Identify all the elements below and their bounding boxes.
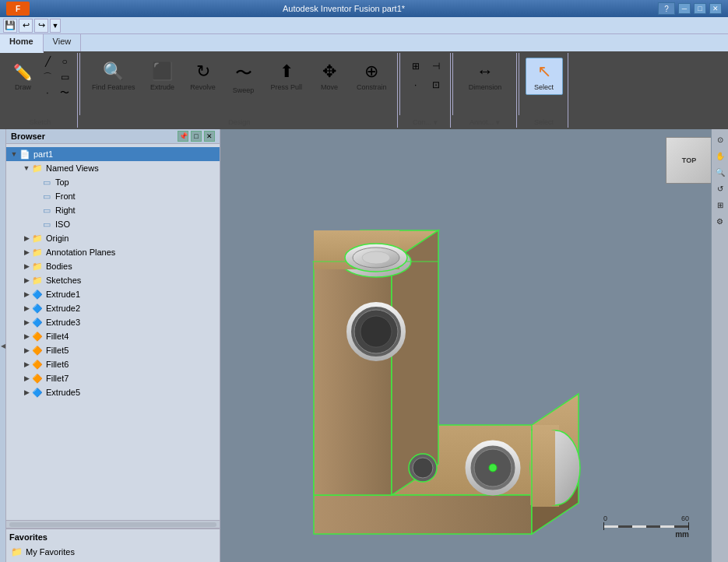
tree-arrow-part1[interactable]: ▼ [9,150,19,158]
tree-arrow-fillet6[interactable]: ▶ [22,360,31,368]
browser-tree: ▼ 📄 part1 ▼ 📁 Named Views ▭ Top [6,144,220,520]
tab-view[interactable]: View [44,34,82,51]
browser-scrollbar[interactable] [6,520,220,528]
tree-arrow-named-views[interactable]: ▼ [22,164,31,172]
nav-cube-face-top[interactable]: TOP [666,137,712,184]
tree-item-front[interactable]: ▭ Front [6,189,220,203]
sketch-line-icon[interactable]: ╱ [40,54,55,68]
select-button[interactable]: ↖ Select [526,58,563,95]
tree-item-fillet7[interactable]: ▶ 🔶 Fillet7 [6,371,220,385]
constrain-icon: ⊕ [364,61,378,82]
constrain-button[interactable]: ⊕ Constrain [351,58,392,95]
tree-arrow-extrude5[interactable]: ▶ [22,388,31,396]
tree-item-bodies[interactable]: ▶ 📁 Bodies [6,259,220,273]
scale-bar: 0 60 mm [603,515,689,539]
browser-pin-button[interactable]: 📌 [178,131,188,142]
sketch-rect-icon[interactable]: ▭ [57,70,72,84]
extrude-button[interactable]: ⬛ Extrude [144,58,181,95]
maximize-button[interactable]: □ [694,3,706,14]
browser-close-button[interactable]: ✕ [204,131,215,142]
tree-item-iso[interactable]: ▭ ISO [6,217,220,231]
tree-item-annotation-planes[interactable]: ▶ 📁 Annotation Planes [6,245,220,259]
tree-arrow-extrude2[interactable]: ▶ [22,304,31,312]
browser-restore-button[interactable]: □ [191,131,202,142]
tree-item-extrude5[interactable]: ▶ 🔷 Extrude5 [6,385,220,399]
tree-arrow-fillet4[interactable]: ▶ [22,332,31,340]
tab-home[interactable]: Home [0,34,44,53]
tree-label-annotation-planes: Annotation Planes [46,248,115,257]
quick-access-more[interactable]: ▼ [50,19,61,33]
tool-pan[interactable]: ✋ [713,149,727,163]
sketch-arc-icon[interactable]: ⌒ [40,70,55,84]
tree-arrow-sketches[interactable]: ▶ [22,276,31,284]
fillet4-icon: 🔶 [31,330,44,342]
dimension-button[interactable]: ↔ Dimension [463,58,508,95]
navigation-cube[interactable]: TOP [666,137,712,184]
my-favorites-icon: 📁 [11,546,23,557]
close-button[interactable]: ✕ [709,3,722,14]
tree-item-extrude3[interactable]: ▶ 🔷 Extrude3 [6,315,220,329]
tool-zoom-extents[interactable]: ⊙ [713,132,727,146]
tree-arrow-fillet5[interactable]: ▶ [22,346,31,354]
my-favorites-label: My Favorites [26,547,75,557]
tree-label-extrude1: Extrude1 [46,290,80,299]
ribbon-group-design: 🔍 Find Features ⬛ Extrude ↻ Revolve 〜 Sw… [82,53,398,128]
draw-button[interactable]: ✏️ Draw [8,54,38,100]
extrude-label: Extrude [150,83,174,91]
app-logo: F [6,2,30,16]
quick-access-undo[interactable]: ↩ [19,19,33,33]
svg-point-20 [413,458,433,478]
tree-item-sketches[interactable]: ▶ 📁 Sketches [6,273,220,287]
press-pull-button[interactable]: ⬆ Press Pull [266,58,308,95]
tree-arrow-extrude3[interactable]: ▶ [22,318,31,326]
construct-more-icon[interactable]: ⊡ [427,76,445,93]
construct-plane-icon[interactable]: ⊞ [406,58,425,75]
browser-scroll-track[interactable] [9,522,216,527]
tool-panel: ⊙ ✋ 🔍 ↺ ⊞ ⚙ [711,129,728,562]
my-favorites-item[interactable]: 📁 My Favorites [9,545,216,559]
tree-arrow-fillet7[interactable]: ▶ [22,374,31,382]
browser-controls: 📌 □ ✕ [178,131,215,142]
tool-settings[interactable]: ⚙ [713,214,727,228]
construct-axis-icon[interactable]: ⊣ [427,58,445,75]
extrude2-icon: 🔷 [31,302,44,314]
quick-access-redo[interactable]: ↪ [34,19,48,33]
minimize-button[interactable]: ─ [678,3,691,14]
tree-item-extrude1[interactable]: ▶ 🔷 Extrude1 [6,287,220,301]
move-button[interactable]: ✥ Move [311,58,348,95]
sketch-point-icon[interactable]: · [40,86,55,100]
tree-label-iso: ISO [55,220,70,229]
sketch-spline-icon[interactable]: 〜 [57,86,72,100]
tree-item-part1[interactable]: ▼ 📄 part1 [6,147,220,161]
tool-grid[interactable]: ⊞ [713,198,727,212]
sketch-circle-icon[interactable]: ○ [57,54,72,68]
sweep-button[interactable]: 〜 Sweep [225,58,262,98]
viewport[interactable]: TOP ⊙ ✋ 🔍 ↺ ⊞ ⚙ 0 60 [220,129,728,562]
sep2 [399,53,400,115]
find-features-button[interactable]: 🔍 Find Features [86,58,141,95]
tree-arrow-annotation-planes[interactable]: ▶ [22,248,31,256]
select-icon: ↖ [537,61,551,82]
tree-item-top[interactable]: ▭ Top [6,175,220,189]
construct-point-icon[interactable]: · [406,76,425,93]
tree-item-fillet6[interactable]: ▶ 🔶 Fillet6 [6,357,220,371]
part1-icon: 📄 [19,148,31,160]
revolve-button[interactable]: ↻ Revolve [185,58,222,95]
tree-arrow-origin[interactable]: ▶ [22,234,31,242]
favorites-title: Favorites [9,532,216,542]
sketches-icon: 📁 [31,274,44,286]
tree-arrow-extrude1[interactable]: ▶ [22,290,31,298]
tree-item-fillet5[interactable]: ▶ 🔶 Fillet5 [6,343,220,357]
tree-item-origin[interactable]: ▶ 📁 Origin [6,231,220,245]
tree-item-fillet4[interactable]: ▶ 🔶 Fillet4 [6,329,220,343]
sep1 [79,53,80,115]
tree-item-named-views[interactable]: ▼ 📁 Named Views [6,161,220,175]
tool-rotate[interactable]: ↺ [713,181,727,195]
tree-item-extrude2[interactable]: ▶ 🔷 Extrude2 [6,301,220,315]
quick-access-save[interactable]: 💾 [3,19,17,33]
tree-arrow-bodies[interactable]: ▶ [22,262,31,270]
help-button[interactable]: ? [658,2,675,15]
left-collapse-handle[interactable]: ◀ [0,129,6,562]
tool-zoom[interactable]: 🔍 [713,165,727,179]
tree-item-right[interactable]: ▭ Right [6,203,220,217]
